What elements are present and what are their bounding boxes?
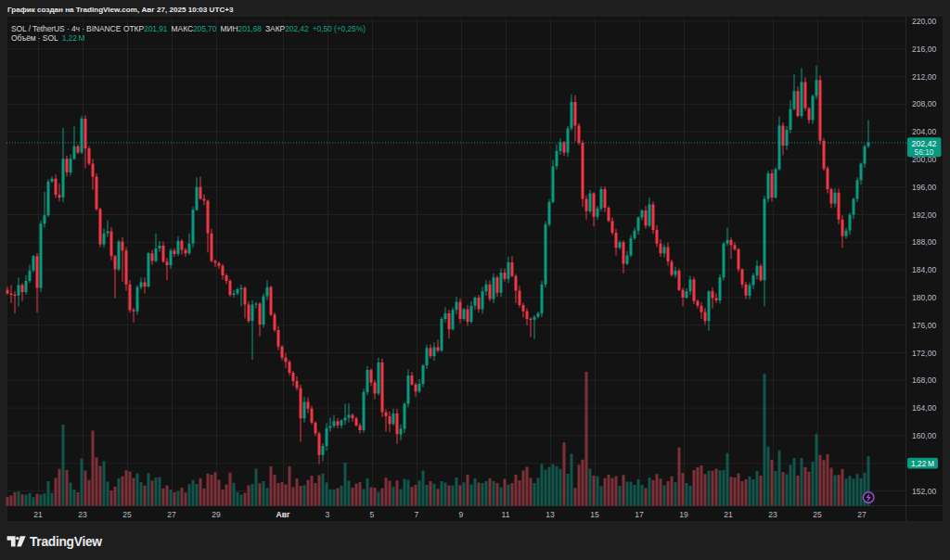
svg-text:5: 5 xyxy=(370,510,375,519)
svg-text:220,00: 220,00 xyxy=(912,17,937,26)
svg-text:19: 19 xyxy=(679,510,688,519)
svg-text:25: 25 xyxy=(813,510,822,519)
svg-text:SOL / TetherUS · 4ч · BINANCE: SOL / TetherUS · 4ч · BINANCE xyxy=(11,24,122,33)
svg-text:27: 27 xyxy=(857,510,867,519)
svg-text:152,00: 152,00 xyxy=(912,487,937,496)
svg-text:ОТКР201,91 МАКС205,70 МИН201,6: ОТКР201,91 МАКС205,70 МИН201,68 ЗАКР202,… xyxy=(123,24,366,33)
svg-text:17: 17 xyxy=(635,510,644,519)
svg-text:13: 13 xyxy=(546,510,555,519)
svg-text:3: 3 xyxy=(326,510,330,519)
svg-text:180,00: 180,00 xyxy=(912,293,937,302)
svg-text:176,00: 176,00 xyxy=(912,321,937,330)
svg-text:21: 21 xyxy=(33,510,43,519)
svg-text:192,00: 192,00 xyxy=(912,210,937,220)
svg-text:TradingView: TradingView xyxy=(30,535,102,549)
svg-text:216,00: 216,00 xyxy=(912,45,937,54)
svg-text:15: 15 xyxy=(590,510,599,519)
svg-text:188,00: 188,00 xyxy=(912,237,937,247)
svg-text:29: 29 xyxy=(212,510,221,519)
svg-text:212,00: 212,00 xyxy=(912,72,937,82)
svg-text:23: 23 xyxy=(768,510,777,519)
svg-text:График создан на TradingView.c: График создан на TradingView.com, Авг 27… xyxy=(7,6,234,14)
svg-text:9: 9 xyxy=(459,510,464,519)
svg-text:21: 21 xyxy=(724,510,733,519)
svg-text:56:10: 56:10 xyxy=(915,147,934,157)
svg-text:Авг: Авг xyxy=(276,510,289,519)
svg-text:7: 7 xyxy=(415,510,419,519)
svg-text:184,00: 184,00 xyxy=(912,265,937,274)
svg-text:196,00: 196,00 xyxy=(912,183,937,192)
svg-text:25: 25 xyxy=(122,510,132,519)
svg-text:172,00: 172,00 xyxy=(912,349,937,358)
svg-text:27: 27 xyxy=(167,510,176,519)
svg-text:Объём · SOL 1,22 M: Объём · SOL 1,22 M xyxy=(11,33,84,43)
svg-text:160,00: 160,00 xyxy=(912,431,937,440)
svg-text:23: 23 xyxy=(78,510,87,519)
svg-text:1,22 M: 1,22 M xyxy=(911,459,934,468)
svg-text:11: 11 xyxy=(502,510,510,519)
svg-text:164,00: 164,00 xyxy=(912,403,937,413)
svg-text:168,00: 168,00 xyxy=(912,375,937,385)
svg-text:208,00: 208,00 xyxy=(912,99,937,108)
svg-text:204,00: 204,00 xyxy=(912,127,937,136)
